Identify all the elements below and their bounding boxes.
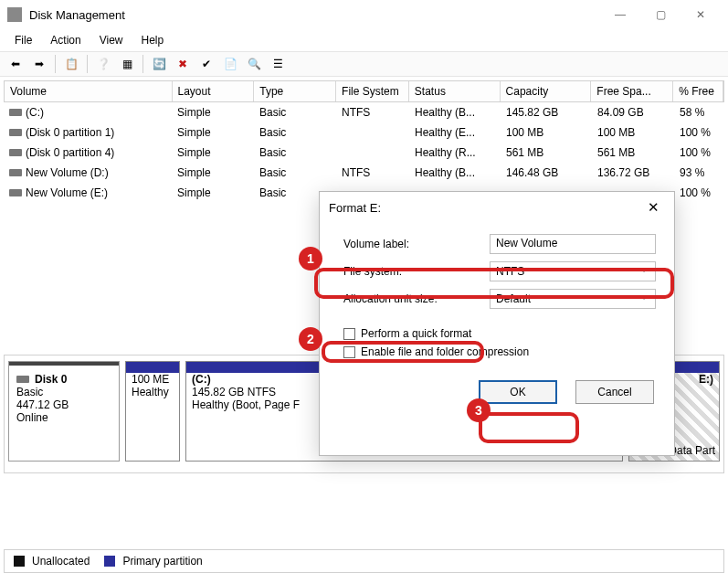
- file-system-select[interactable]: NTFS﹀: [490, 261, 656, 281]
- titlebar: Disk Management — ▢ ✕: [0, 0, 728, 29]
- allocation-unit-label: Allocation unit size:: [343, 292, 490, 305]
- part-desc: Data Part: [669, 444, 715, 457]
- vol-layout: Simple: [172, 144, 254, 161]
- volume-list: (C:) Simple Basic NTFS Healthy (B... 145…: [4, 102, 724, 203]
- disk-label: Disk 0: [35, 373, 67, 386]
- vol-free: 561 MB: [592, 144, 674, 161]
- menu-view[interactable]: View: [90, 31, 132, 49]
- hdr-cap[interactable]: Capacity: [501, 81, 592, 101]
- vol-type: Basic: [254, 164, 336, 181]
- disk-icon: [16, 376, 29, 383]
- vol-cap: 100 MB: [501, 124, 592, 141]
- hdr-free[interactable]: Free Spa...: [591, 81, 673, 101]
- hdr-type[interactable]: Type: [254, 81, 336, 101]
- vol-layout: Simple: [172, 104, 254, 121]
- quick-format-label: Perform a quick format: [361, 327, 471, 340]
- window-title: Disk Management: [29, 8, 600, 22]
- volume-label-input[interactable]: New Volume: [490, 234, 656, 254]
- table-row[interactable]: (C:) Simple Basic NTFS Healthy (B... 145…: [4, 102, 724, 122]
- vol-cap: 146.48 GB: [501, 164, 592, 181]
- hdr-volume[interactable]: Volume: [5, 81, 173, 101]
- vol-name: (Disk 0 partition 1): [26, 126, 114, 139]
- vol-name: New Volume (E:): [26, 186, 108, 199]
- legend-swatch-unallocated: [14, 556, 25, 567]
- volume-icon: [9, 109, 22, 116]
- vol-fs: [336, 144, 409, 161]
- part-label: (C:): [192, 373, 211, 386]
- hdr-pct[interactable]: % Free: [673, 81, 723, 101]
- forward-button[interactable]: ➡: [29, 54, 49, 74]
- help-button[interactable]: ❔: [93, 54, 113, 74]
- legend-swatch-primary: [104, 556, 115, 567]
- ok-button[interactable]: OK: [479, 380, 557, 404]
- minimize-icon: —: [615, 8, 626, 21]
- disk-size: 447.12 GB: [16, 398, 111, 411]
- refresh-button[interactable]: 🔄: [149, 54, 169, 74]
- vol-name: (Disk 0 partition 4): [26, 146, 114, 159]
- vol-type: Basic: [254, 144, 336, 161]
- volume-icon: [9, 129, 22, 136]
- show-hide-tree-button[interactable]: 📋: [61, 54, 81, 74]
- minimize-button[interactable]: —: [600, 1, 640, 28]
- partition-system[interactable]: 100 ME Healthy: [125, 361, 180, 462]
- hdr-fs[interactable]: File System: [336, 81, 409, 101]
- vol-cap: 561 MB: [501, 144, 592, 161]
- vol-pct: 100 %: [674, 144, 724, 161]
- menu-action[interactable]: Action: [41, 31, 90, 49]
- vol-fs: NTFS: [336, 164, 409, 181]
- close-icon: ✕: [696, 8, 705, 21]
- compression-checkbox[interactable]: Enable file and folder compression: [343, 345, 656, 358]
- volume-icon: [9, 169, 22, 176]
- volume-label-label: Volume label:: [343, 238, 490, 250]
- hdr-status[interactable]: Status: [409, 81, 501, 101]
- hdr-layout[interactable]: Layout: [173, 81, 255, 101]
- chevron-down-icon: ﹀: [639, 265, 649, 279]
- part-stat: Healthy: [132, 386, 174, 398]
- part-size: 100 ME: [132, 373, 174, 386]
- dialog-close-button[interactable]: ✕: [642, 197, 665, 218]
- table-row[interactable]: (Disk 0 partition 4) Simple Basic Health…: [4, 143, 724, 163]
- disk-info-panel[interactable]: Disk 0 Basic 447.12 GB Online: [8, 361, 120, 462]
- checkbox-box-icon: [343, 328, 355, 340]
- vol-free: 136.72 GB: [592, 164, 674, 181]
- close-button[interactable]: ✕: [681, 1, 721, 28]
- back-button[interactable]: ⬅: [5, 54, 26, 74]
- check-button[interactable]: ✔: [196, 54, 216, 74]
- vol-status: Healthy (R...: [409, 144, 501, 161]
- volume-list-header: Volume Layout Type File System Status Ca…: [4, 80, 724, 102]
- search-button[interactable]: 🔍: [244, 54, 264, 74]
- properties-button[interactable]: ▦: [117, 54, 137, 74]
- vol-status: Healthy (E...: [409, 124, 501, 141]
- checkbox-box-icon: [343, 346, 355, 358]
- new-button[interactable]: 📄: [220, 54, 240, 74]
- table-row[interactable]: (Disk 0 partition 1) Simple Basic Health…: [4, 122, 724, 143]
- vol-pct: 100 %: [674, 124, 724, 141]
- disk-state: Online: [16, 411, 111, 424]
- format-dialog: Format E: ✕ Volume label: New Volume Fil…: [319, 191, 675, 456]
- dialog-titlebar: Format E: ✕: [320, 192, 674, 223]
- vol-free: 100 MB: [592, 124, 674, 141]
- chevron-down-icon: ﹀: [639, 292, 649, 306]
- allocation-unit-select[interactable]: Default﹀: [490, 289, 656, 309]
- volume-icon: [9, 189, 22, 196]
- legend-unallocated: Unallocated: [32, 555, 90, 568]
- vol-layout: Simple: [172, 164, 254, 181]
- list-button[interactable]: ☰: [268, 54, 288, 74]
- disk-type: Basic: [16, 386, 111, 398]
- menu-help[interactable]: Help: [132, 31, 174, 49]
- maximize-button[interactable]: ▢: [640, 1, 681, 28]
- vol-name: New Volume (D:): [26, 166, 109, 179]
- legend: Unallocated Primary partition: [4, 549, 724, 573]
- quick-format-checkbox[interactable]: Perform a quick format: [343, 327, 656, 340]
- volume-icon: [9, 149, 22, 156]
- vol-name: (C:): [26, 106, 44, 119]
- menu-file[interactable]: File: [5, 31, 41, 49]
- table-row[interactable]: New Volume (D:) Simple Basic NTFS Health…: [4, 163, 724, 183]
- cancel-button[interactable]: Cancel: [575, 380, 654, 404]
- file-system-label: File system:: [343, 265, 490, 278]
- vol-status: Healthy (B...: [409, 104, 501, 121]
- menubar: File Action View Help: [0, 29, 728, 51]
- legend-primary: Primary partition: [122, 555, 202, 568]
- delete-button[interactable]: ✖: [173, 54, 193, 74]
- toolbar: ⬅ ➡ 📋 ❔ ▦ 🔄 ✖ ✔ 📄 🔍 ☰: [0, 51, 728, 77]
